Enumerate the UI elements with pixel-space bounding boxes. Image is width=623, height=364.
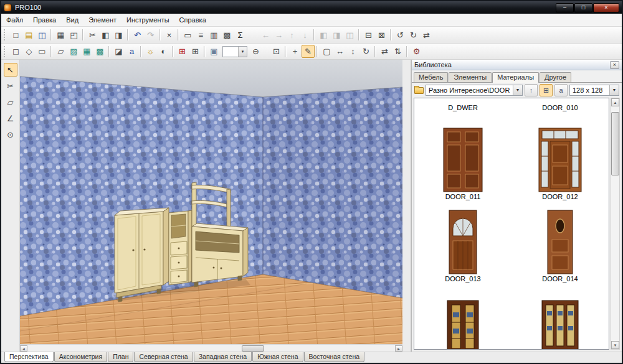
text-labels-icon[interactable]: a (125, 45, 138, 58)
path-dropdown-arrow-icon[interactable]: ▼ (513, 85, 522, 95)
zoom-level-combo[interactable]: ▾ (222, 46, 247, 57)
view-sketch-icon[interactable]: ▨ (67, 45, 80, 58)
view-tab[interactable]: Западная стена (194, 352, 252, 362)
save-icon[interactable]: ◫ (36, 29, 49, 42)
center-view-icon[interactable]: + (288, 45, 302, 58)
distribute-icon[interactable]: ◫ (343, 29, 356, 42)
room-scene[interactable] (20, 60, 402, 344)
align-right-icon[interactable]: ◨ (330, 29, 343, 42)
library-item[interactable]: DOOR_013 (414, 202, 511, 284)
scroll-right-arrow[interactable]: ► (395, 345, 402, 352)
library-path-combo[interactable]: Разно Интересное\DOOR ▼ (426, 85, 523, 96)
dimension-tool-icon[interactable]: ∠ (4, 111, 17, 125)
select-area-icon[interactable]: ▢ (320, 45, 333, 58)
move-vertical-icon[interactable]: ↕ (346, 45, 359, 58)
sum-icon[interactable]: Σ (234, 29, 247, 42)
size-dropdown-arrow-icon[interactable]: ▼ (609, 85, 619, 95)
menu-item[interactable]: Элемент (83, 14, 121, 26)
hscroll-thumb[interactable] (242, 345, 264, 352)
draw-tool-icon[interactable]: ▱ (4, 95, 17, 109)
library-tab[interactable]: Материалы (492, 72, 539, 83)
paste-icon[interactable]: ◨ (112, 29, 125, 42)
select-tool-icon[interactable]: ↖ (4, 63, 17, 77)
view-tab[interactable]: Северная стена (134, 352, 193, 362)
flip-horizontal-icon[interactable]: ⇄ (378, 45, 391, 58)
print-preview-icon[interactable]: ◰ (67, 29, 80, 42)
move-down-icon[interactable]: ↓ (298, 29, 312, 42)
library-item[interactable]: D_DWER (414, 101, 511, 118)
align-left-icon[interactable]: ◧ (317, 29, 330, 42)
show-contours-icon[interactable]: ◪ (112, 45, 125, 58)
library-item[interactable]: DOOR_012 (511, 118, 609, 202)
vscroll-thumb[interactable] (611, 112, 619, 175)
menu-item[interactable]: Инструменты (121, 14, 174, 26)
view-thumbnails-button[interactable]: ⊞ (540, 84, 553, 96)
library-close-button[interactable]: × (610, 61, 619, 69)
view-textures-icon[interactable]: ▩ (93, 45, 107, 58)
dimension-grid-icon[interactable]: ⊞ (189, 45, 202, 58)
view-tab[interactable]: Аксонометрия (54, 352, 107, 362)
menu-item[interactable]: Вид (61, 14, 83, 26)
scroll-up-arrow[interactable]: ▲ (611, 98, 619, 106)
group-icon[interactable]: ⊟ (362, 29, 375, 42)
view-tab[interactable]: План (108, 352, 133, 362)
library-tab[interactable]: Элементы (449, 72, 492, 82)
zoom-out-icon[interactable]: ⊖ (249, 45, 262, 58)
view-colors-icon[interactable]: ▦ (80, 45, 93, 58)
print-icon[interactable]: ▦ (54, 29, 67, 42)
menu-item[interactable]: Правка (28, 14, 61, 26)
move-up-icon[interactable]: ↑ (285, 29, 298, 42)
zoom-fit-icon[interactable]: ⊡ (270, 45, 283, 58)
new-document-icon[interactable]: □ (9, 29, 22, 42)
view-names-button[interactable]: a (554, 84, 568, 96)
flip-vertical-icon[interactable]: ⇅ (391, 45, 404, 58)
move-horizontal-icon[interactable]: ↔ (333, 45, 346, 58)
toolbar-grip[interactable] (4, 29, 7, 40)
settings-icon[interactable]: ⚙ (410, 45, 423, 58)
undo-icon[interactable]: ↶ (131, 29, 144, 42)
price-list-icon[interactable]: ▩ (221, 29, 234, 42)
zoom-tool-icon[interactable]: ⊙ (4, 128, 17, 141)
scroll-down-arrow[interactable]: ▼ (611, 341, 619, 349)
move-right-icon[interactable]: → (272, 29, 285, 42)
folder-up-button[interactable]: ↑ (525, 84, 538, 96)
library-tab[interactable]: Мебель (414, 72, 448, 82)
view-tab[interactable]: Южная стена (252, 352, 303, 362)
report-icon[interactable]: ▥ (207, 29, 221, 42)
menu-item[interactable]: Файл (1, 14, 28, 26)
viewport[interactable]: ◄ ► (20, 60, 402, 352)
background-icon[interactable]: ▣ (207, 45, 221, 58)
panel-splitter[interactable] (402, 60, 411, 352)
library-tab[interactable]: Другое (540, 72, 571, 82)
view-perspective-icon[interactable]: ◻ (9, 45, 22, 58)
view-wireframe-icon[interactable]: ▱ (54, 45, 67, 58)
maximize-button[interactable]: □ (574, 3, 592, 12)
grid-icon[interactable]: ⊞ (176, 45, 189, 58)
library-item[interactable]: DOOR_011 (414, 118, 511, 202)
ungroup-icon[interactable]: ⊠ (375, 29, 388, 42)
open-folder-icon[interactable]: ▤ (22, 29, 36, 42)
toolbar-grip[interactable] (4, 46, 7, 57)
view-axonometry-icon[interactable]: ◇ (22, 45, 36, 58)
close-button[interactable]: × (593, 3, 619, 12)
library-item[interactable]: DOOR_014 (511, 202, 609, 284)
cut-icon[interactable]: ✂ (86, 29, 99, 42)
copy-icon[interactable]: ◧ (99, 29, 112, 42)
library-item[interactable] (511, 284, 609, 350)
mirror-icon[interactable]: ⇄ (420, 29, 433, 42)
redo-icon[interactable]: ↷ (144, 29, 157, 42)
view-plan-icon[interactable]: ▭ (36, 45, 49, 58)
structure-icon[interactable]: ≡ (194, 29, 207, 42)
room-scene-svg[interactable] (20, 60, 402, 344)
rotate-object-icon[interactable]: ↻ (359, 45, 373, 58)
edit-pencil-icon[interactable]: ✎ (302, 45, 315, 58)
rotate-right-icon[interactable]: ↻ (407, 29, 420, 42)
view-tab[interactable]: Восточная стена (304, 352, 365, 362)
rotate-left-icon[interactable]: ↺ (394, 29, 407, 42)
viewport-hscrollbar[interactable]: ◄ ► (20, 344, 402, 352)
library-vscrollbar[interactable]: ▲ ▼ (611, 98, 620, 350)
move-left-icon[interactable]: ← (259, 29, 272, 42)
view-tab[interactable]: Перспектива (4, 352, 54, 362)
properties-icon[interactable]: ▭ (181, 29, 194, 42)
shadow-icon[interactable]: ◐ (157, 45, 170, 58)
